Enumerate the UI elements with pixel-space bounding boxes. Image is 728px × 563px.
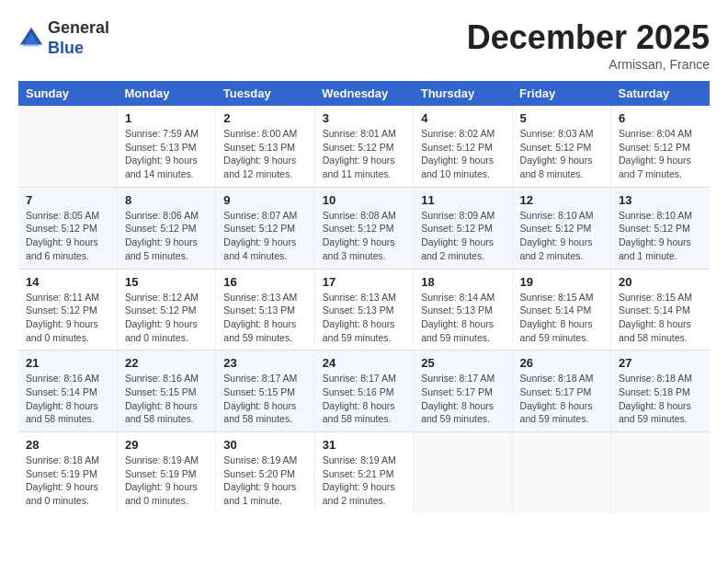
day-info: Sunrise: 8:08 AM Sunset: 5:12 PM Dayligh… (323, 209, 405, 263)
day-info: Sunrise: 8:05 AM Sunset: 5:12 PM Dayligh… (26, 209, 109, 263)
day-number: 13 (619, 193, 702, 207)
header-wednesday: Wednesday (314, 81, 413, 106)
calendar-cell: 29Sunrise: 8:19 AM Sunset: 5:19 PM Dayli… (117, 432, 215, 513)
calendar-cell: 1Sunrise: 7:59 AM Sunset: 5:13 PM Daylig… (117, 106, 215, 187)
day-info: Sunrise: 8:16 AM Sunset: 5:15 PM Dayligh… (125, 372, 208, 426)
calendar-cell: 24Sunrise: 8:17 AM Sunset: 5:16 PM Dayli… (314, 350, 413, 432)
day-number: 5 (520, 111, 603, 125)
calendar-cell: 30Sunrise: 8:19 AM Sunset: 5:20 PM Dayli… (216, 432, 314, 513)
day-number: 28 (26, 438, 109, 452)
calendar-cell: 21Sunrise: 8:16 AM Sunset: 5:14 PM Dayli… (18, 350, 117, 432)
day-info: Sunrise: 8:00 AM Sunset: 5:13 PM Dayligh… (223, 127, 306, 181)
day-info: Sunrise: 8:02 AM Sunset: 5:12 PM Dayligh… (421, 127, 504, 181)
day-number: 19 (520, 275, 603, 289)
day-number: 31 (323, 438, 405, 452)
day-number: 29 (125, 438, 208, 452)
day-number: 15 (125, 275, 208, 289)
calendar-week-row: 7Sunrise: 8:05 AM Sunset: 5:12 PM Daylig… (18, 187, 710, 269)
calendar-table: SundayMondayTuesdayWednesdayThursdayFrid… (18, 81, 710, 513)
day-info: Sunrise: 8:15 AM Sunset: 5:14 PM Dayligh… (619, 291, 702, 345)
day-number: 9 (223, 193, 306, 207)
day-number: 21 (26, 356, 109, 370)
day-number: 18 (421, 275, 504, 289)
day-info: Sunrise: 8:03 AM Sunset: 5:12 PM Dayligh… (520, 127, 603, 181)
day-info: Sunrise: 8:18 AM Sunset: 5:19 PM Dayligh… (26, 454, 109, 508)
day-info: Sunrise: 7:59 AM Sunset: 5:13 PM Dayligh… (125, 127, 208, 181)
calendar-header-row: SundayMondayTuesdayWednesdayThursdayFrid… (18, 81, 710, 106)
day-number: 7 (26, 193, 109, 207)
day-number: 17 (323, 275, 405, 289)
day-info: Sunrise: 8:19 AM Sunset: 5:20 PM Dayligh… (223, 454, 306, 508)
calendar-cell: 18Sunrise: 8:14 AM Sunset: 5:13 PM Dayli… (414, 269, 512, 350)
day-info: Sunrise: 8:07 AM Sunset: 5:12 PM Dayligh… (223, 209, 306, 263)
day-number: 23 (223, 356, 306, 370)
calendar-cell: 6Sunrise: 8:04 AM Sunset: 5:12 PM Daylig… (611, 106, 710, 187)
calendar-cell: 15Sunrise: 8:12 AM Sunset: 5:12 PM Dayli… (117, 269, 215, 350)
day-info: Sunrise: 8:18 AM Sunset: 5:18 PM Dayligh… (619, 372, 702, 426)
day-number: 26 (520, 356, 603, 370)
calendar-cell: 31Sunrise: 8:19 AM Sunset: 5:21 PM Dayli… (314, 432, 413, 513)
day-info: Sunrise: 8:19 AM Sunset: 5:19 PM Dayligh… (125, 454, 208, 508)
day-number: 14 (26, 275, 109, 289)
calendar-cell: 17Sunrise: 8:13 AM Sunset: 5:13 PM Dayli… (314, 269, 413, 350)
day-number: 24 (323, 356, 405, 370)
header-saturday: Saturday (611, 81, 710, 106)
calendar-cell: 5Sunrise: 8:03 AM Sunset: 5:12 PM Daylig… (512, 106, 610, 187)
day-number: 22 (125, 356, 208, 370)
calendar-cell: 8Sunrise: 8:06 AM Sunset: 5:12 PM Daylig… (117, 187, 215, 269)
calendar-cell: 27Sunrise: 8:18 AM Sunset: 5:18 PM Dayli… (611, 350, 710, 432)
calendar-week-row: 21Sunrise: 8:16 AM Sunset: 5:14 PM Dayli… (18, 350, 710, 432)
day-info: Sunrise: 8:09 AM Sunset: 5:12 PM Dayligh… (421, 209, 504, 263)
day-info: Sunrise: 8:13 AM Sunset: 5:13 PM Dayligh… (223, 291, 306, 345)
calendar-cell: 28Sunrise: 8:18 AM Sunset: 5:19 PM Dayli… (18, 432, 117, 513)
day-info: Sunrise: 8:13 AM Sunset: 5:13 PM Dayligh… (323, 291, 405, 345)
calendar-cell: 19Sunrise: 8:15 AM Sunset: 5:14 PM Dayli… (512, 269, 610, 350)
day-number: 1 (125, 111, 208, 125)
day-info: Sunrise: 8:15 AM Sunset: 5:14 PM Dayligh… (520, 291, 603, 345)
header-friday: Friday (512, 81, 610, 106)
day-info: Sunrise: 8:17 AM Sunset: 5:15 PM Dayligh… (223, 372, 306, 426)
day-info: Sunrise: 8:17 AM Sunset: 5:17 PM Dayligh… (421, 372, 504, 426)
day-info: Sunrise: 8:14 AM Sunset: 5:13 PM Dayligh… (421, 291, 504, 345)
day-info: Sunrise: 8:19 AM Sunset: 5:21 PM Dayligh… (323, 454, 405, 508)
calendar-cell: 2Sunrise: 8:00 AM Sunset: 5:13 PM Daylig… (216, 106, 314, 187)
calendar-cell: 9Sunrise: 8:07 AM Sunset: 5:12 PM Daylig… (216, 187, 314, 269)
title-section: December 2025 Armissan, France (467, 18, 710, 72)
logo-blue-text: Blue (48, 39, 84, 57)
header-thursday: Thursday (414, 81, 512, 106)
day-number: 2 (223, 111, 306, 125)
calendar-cell: 22Sunrise: 8:16 AM Sunset: 5:15 PM Dayli… (117, 350, 215, 432)
day-number: 6 (619, 111, 702, 125)
day-number: 8 (125, 193, 208, 207)
calendar-cell: 14Sunrise: 8:11 AM Sunset: 5:12 PM Dayli… (18, 269, 117, 350)
header-sunday: Sunday (18, 81, 117, 106)
calendar-cell: 26Sunrise: 8:18 AM Sunset: 5:17 PM Dayli… (512, 350, 610, 432)
day-number: 10 (323, 193, 405, 207)
logo: General Blue (18, 18, 109, 58)
calendar-cell: 7Sunrise: 8:05 AM Sunset: 5:12 PM Daylig… (18, 187, 117, 269)
day-info: Sunrise: 8:18 AM Sunset: 5:17 PM Dayligh… (520, 372, 603, 426)
calendar-week-row: 1Sunrise: 7:59 AM Sunset: 5:13 PM Daylig… (18, 106, 710, 187)
day-info: Sunrise: 8:10 AM Sunset: 5:12 PM Dayligh… (619, 209, 702, 263)
day-number: 16 (223, 275, 306, 289)
calendar-cell: 16Sunrise: 8:13 AM Sunset: 5:13 PM Dayli… (216, 269, 314, 350)
page-header: General Blue December 2025 Armissan, Fra… (18, 18, 710, 72)
day-info: Sunrise: 8:12 AM Sunset: 5:12 PM Dayligh… (125, 291, 208, 345)
calendar-cell: 20Sunrise: 8:15 AM Sunset: 5:14 PM Dayli… (611, 269, 710, 350)
day-number: 4 (421, 111, 504, 125)
day-number: 27 (619, 356, 702, 370)
calendar-cell: 23Sunrise: 8:17 AM Sunset: 5:15 PM Dayli… (216, 350, 314, 432)
day-info: Sunrise: 8:11 AM Sunset: 5:12 PM Dayligh… (26, 291, 109, 345)
day-info: Sunrise: 8:01 AM Sunset: 5:12 PM Dayligh… (323, 127, 405, 181)
calendar-cell (512, 432, 610, 513)
calendar-cell: 4Sunrise: 8:02 AM Sunset: 5:12 PM Daylig… (414, 106, 512, 187)
logo-icon (18, 26, 44, 52)
day-number: 3 (323, 111, 405, 125)
calendar-cell: 25Sunrise: 8:17 AM Sunset: 5:17 PM Dayli… (414, 350, 512, 432)
day-info: Sunrise: 8:17 AM Sunset: 5:16 PM Dayligh… (323, 372, 405, 426)
calendar-cell: 11Sunrise: 8:09 AM Sunset: 5:12 PM Dayli… (414, 187, 512, 269)
calendar-cell: 3Sunrise: 8:01 AM Sunset: 5:12 PM Daylig… (314, 106, 413, 187)
header-tuesday: Tuesday (216, 81, 314, 106)
calendar-cell: 10Sunrise: 8:08 AM Sunset: 5:12 PM Dayli… (314, 187, 413, 269)
day-info: Sunrise: 8:10 AM Sunset: 5:12 PM Dayligh… (520, 209, 603, 263)
